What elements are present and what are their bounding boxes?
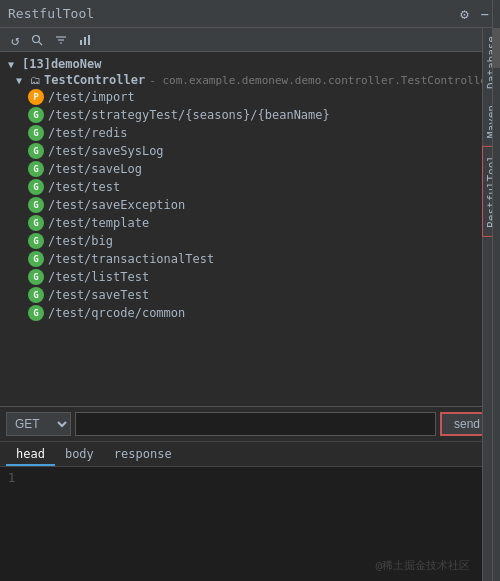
endpoint-path: /test/saveException	[48, 198, 185, 212]
app-container: RestfulTool ⚙ − ↺	[0, 0, 500, 581]
method-badge-g: G	[28, 305, 44, 321]
endpoint-path: /test/saveTest	[48, 288, 149, 302]
endpoint-path: /test/strategyTest/{seasons}/{beanName}	[48, 108, 330, 122]
endpoint-path: /test/saveSysLog	[48, 144, 164, 158]
method-badge-g: G	[28, 287, 44, 303]
line-numbers: 1	[8, 471, 492, 485]
list-item[interactable]: G /test/saveException	[0, 196, 500, 214]
expand-arrow-2: ▼	[16, 75, 28, 86]
list-item[interactable]: G /test/saveTest	[0, 286, 500, 304]
refresh-icon[interactable]: ↺	[8, 30, 22, 50]
tree-area[interactable]: ▼ [13]demoNew ▼ 🗂 TestController - com.e…	[0, 52, 500, 406]
list-item[interactable]: G /test/big	[0, 232, 500, 250]
controller-name: TestController	[44, 73, 145, 87]
module-label: [13]demoNew	[22, 57, 101, 71]
list-item[interactable]: G /test/redis	[0, 124, 500, 142]
tab-head[interactable]: head	[6, 444, 55, 466]
title-bar-right: ⚙ −	[457, 4, 492, 24]
method-badge-p: P	[28, 89, 44, 105]
endpoint-path: /test/template	[48, 216, 149, 230]
endpoint-path: /test/qrcode/common	[48, 306, 185, 320]
method-badge-g: G	[28, 179, 44, 195]
controller-path: - com.example.demonew.demo.controller.Te…	[149, 74, 493, 87]
method-badge-g: G	[28, 197, 44, 213]
scrollbar[interactable]	[492, 52, 500, 581]
list-item[interactable]: G /test/transactionalTest	[0, 250, 500, 268]
method-badge-g: G	[28, 161, 44, 177]
method-badge-g: G	[28, 143, 44, 159]
tree-module-row[interactable]: ▼ [13]demoNew	[0, 56, 500, 72]
request-panel: GET POST PUT DELETE PATCH send head body…	[0, 406, 500, 581]
title-bar-left: RestfulTool	[8, 6, 94, 21]
list-item[interactable]: G /test/template	[0, 214, 500, 232]
method-badge-g: G	[28, 233, 44, 249]
method-badge-g: G	[28, 107, 44, 123]
endpoint-path: /test/listTest	[48, 270, 149, 284]
gear-icon[interactable]: ⚙	[457, 4, 471, 24]
endpoint-path: /test/transactionalTest	[48, 252, 214, 266]
minus-icon[interactable]: −	[478, 4, 492, 24]
toolbar: ↺	[0, 28, 500, 52]
endpoint-path: /test/big	[48, 234, 113, 248]
list-item[interactable]: G /test/saveSysLog	[0, 142, 500, 160]
svg-point-0	[33, 35, 40, 42]
endpoint-path: /test/redis	[48, 126, 127, 140]
url-input[interactable]	[75, 412, 436, 436]
tab-body[interactable]: body	[55, 444, 104, 466]
app-title: RestfulTool	[8, 6, 94, 21]
endpoint-path: /test/saveLog	[48, 162, 142, 176]
endpoint-path: /test/test	[48, 180, 120, 194]
method-badge-g: G	[28, 215, 44, 231]
filter-icon[interactable]	[52, 32, 70, 48]
list-item[interactable]: G /test/saveLog	[0, 160, 500, 178]
list-item[interactable]: P /test/import	[0, 88, 500, 106]
svg-rect-5	[80, 40, 82, 45]
request-url-bar: GET POST PUT DELETE PATCH send	[0, 407, 500, 442]
list-item[interactable]: G /test/strategyTest/{seasons}/{beanName…	[0, 106, 500, 124]
title-bar: RestfulTool ⚙ −	[0, 0, 500, 28]
expand-arrow: ▼	[8, 59, 20, 70]
method-badge-g: G	[28, 251, 44, 267]
left-panel: ▼ [13]demoNew ▼ 🗂 TestController - com.e…	[0, 52, 500, 581]
method-badge-g: G	[28, 125, 44, 141]
chart-icon[interactable]	[76, 32, 94, 48]
search-icon[interactable]	[28, 32, 46, 48]
controller-icon: 🗂	[30, 74, 41, 87]
tree-controller-row[interactable]: ▼ 🗂 TestController - com.example.demonew…	[0, 72, 500, 88]
list-item[interactable]: G /test/test	[0, 178, 500, 196]
svg-rect-7	[88, 35, 90, 45]
svg-line-1	[39, 41, 42, 44]
tabs-bar: head body response	[0, 442, 500, 467]
tab-response[interactable]: response	[104, 444, 182, 466]
watermark: @稀土掘金技术社区	[375, 558, 470, 573]
method-badge-g: G	[28, 269, 44, 285]
content-area: ▼ [13]demoNew ▼ 🗂 TestController - com.e…	[0, 52, 500, 581]
line-number: 1	[8, 471, 492, 485]
endpoint-path: /test/import	[48, 90, 135, 104]
svg-rect-6	[84, 37, 86, 45]
list-item[interactable]: G /test/listTest	[0, 268, 500, 286]
method-select[interactable]: GET POST PUT DELETE PATCH	[6, 412, 71, 436]
list-item[interactable]: G /test/qrcode/common	[0, 304, 500, 322]
scrollbar-thumb[interactable]	[493, 52, 500, 68]
